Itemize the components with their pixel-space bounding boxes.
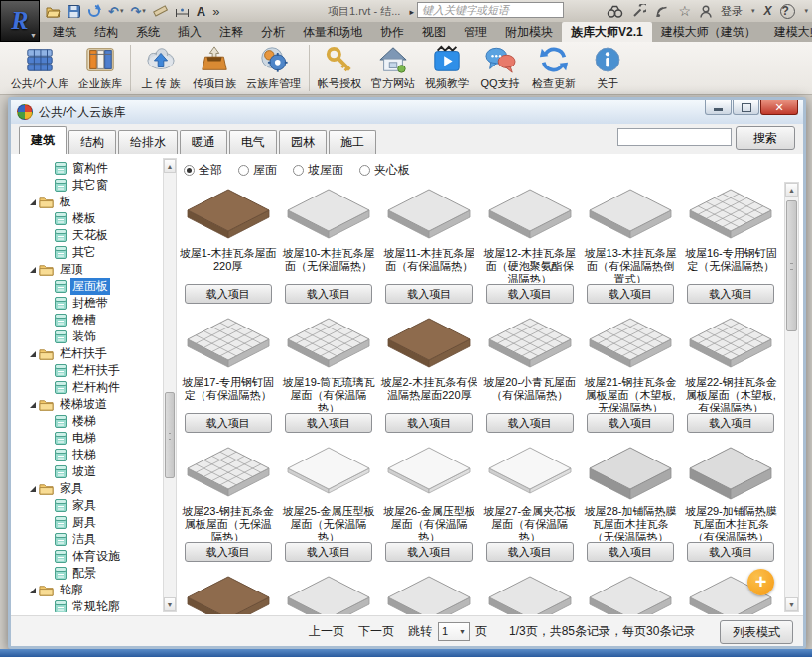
expand-arrow-icon[interactable] [29, 587, 39, 594]
load-into-project-button[interactable]: 载入项目 [185, 284, 272, 304]
text-icon[interactable]: A [197, 2, 205, 20]
tree-item-8[interactable]: 封檐带 [21, 295, 162, 312]
add-family-button[interactable]: + [747, 569, 774, 595]
expand-arrow-icon[interactable] [29, 401, 39, 409]
discipline-tab-1[interactable]: 结构 [68, 130, 116, 154]
wrench-icon[interactable] [632, 4, 646, 18]
binoculars-icon[interactable] [607, 5, 623, 18]
close-button[interactable]: ✕ [760, 100, 798, 115]
exchange-apps-icon[interactable]: X [763, 4, 771, 18]
tree-item-0[interactable]: 窗构件 [21, 160, 162, 177]
ribbon-tab-10[interactable]: 附加模块 [496, 22, 562, 42]
family-thumbnail[interactable] [383, 442, 474, 505]
load-into-project-button[interactable]: 载入项目 [185, 542, 272, 562]
tree-scrollbar[interactable]: ▲ ▼ [163, 158, 177, 612]
tree-item-10[interactable]: 装饰 [21, 328, 162, 345]
tree-item-23[interactable]: 体育设施 [21, 548, 162, 565]
load-into-project-button[interactable]: 载入项目 [687, 542, 774, 562]
discipline-tab-3[interactable]: 暖通 [180, 130, 227, 154]
discipline-tab-0[interactable]: 建筑 [19, 126, 67, 154]
tool-video[interactable]: 视频教学 [420, 42, 474, 94]
tree-item-21[interactable]: 厨具 [21, 514, 162, 531]
ribbon-tab-9[interactable]: 管理 [455, 22, 496, 42]
ribbon-tab-6[interactable]: 体量和场地 [294, 22, 371, 42]
load-into-project-button[interactable]: 载入项目 [587, 413, 674, 433]
family-thumbnail[interactable] [685, 313, 776, 376]
discipline-tab-2[interactable]: 给排水 [118, 130, 178, 154]
ribbon-tab-5[interactable]: 分析 [252, 22, 294, 42]
dimension-icon[interactable] [175, 2, 190, 20]
ribbon-tab-0[interactable]: 建筑 [44, 22, 85, 42]
content-scroll-down-icon[interactable]: ▼ [785, 597, 798, 611]
family-thumbnail[interactable] [283, 313, 374, 376]
tree-item-9[interactable]: 檐槽 [21, 312, 162, 328]
family-thumbnail[interactable] [283, 442, 374, 505]
content-scrollbar[interactable]: ▲ ▼ [784, 182, 799, 612]
login-button[interactable]: 登录 [721, 4, 743, 19]
load-into-project-button[interactable]: 载入项目 [285, 413, 372, 433]
tool-cloud-up[interactable]: 上 传 族 [134, 42, 188, 94]
expand-arrow-icon[interactable] [29, 485, 39, 493]
family-thumbnail[interactable] [383, 313, 474, 376]
discipline-tab-5[interactable]: 园林 [279, 130, 327, 154]
load-into-project-button[interactable]: 载入项目 [687, 284, 774, 304]
discipline-tab-6[interactable]: 施工 [329, 130, 376, 154]
tool-binder[interactable]: 企业族库 [73, 42, 127, 94]
load-into-project-button[interactable]: 载入项目 [587, 284, 674, 304]
tool-grid[interactable]: 公共/个人库 [6, 42, 73, 94]
help-caret-icon[interactable]: ▾ [804, 7, 808, 15]
family-thumbnail[interactable] [183, 313, 274, 376]
tool-home[interactable]: 官方网站 [366, 42, 420, 94]
tree-item-7[interactable]: 屋面板 [21, 278, 162, 295]
tree-folder-2[interactable]: 板 [21, 194, 162, 210]
tree-item-18[interactable]: 坡道 [21, 463, 162, 480]
tool-chat[interactable]: QQ支持 [474, 42, 527, 94]
filter-option-0[interactable]: 全部 [184, 162, 222, 179]
prev-page-button[interactable]: 上一页 [309, 623, 344, 640]
tree-item-13[interactable]: 栏杆构件 [21, 379, 162, 396]
application-menu-button[interactable]: R ▼ [0, 0, 40, 42]
discipline-tab-4[interactable]: 电气 [229, 130, 277, 154]
ribbon-tab-11[interactable]: 族库大师V2.1 [562, 22, 652, 42]
family-thumbnail[interactable] [585, 184, 676, 247]
load-into-project-button[interactable]: 载入项目 [185, 413, 272, 433]
tree-scroll-thumb[interactable] [165, 392, 175, 478]
content-scroll-up-icon[interactable]: ▲ [785, 183, 798, 197]
load-into-project-button[interactable]: 载入项目 [587, 542, 674, 562]
family-thumbnail[interactable] [585, 442, 676, 505]
family-thumbnail[interactable] [183, 571, 274, 614]
tool-info[interactable]: 关于 [581, 42, 634, 94]
ribbon-tab-3[interactable]: 插入 [169, 22, 210, 42]
undo-icon[interactable]: ↶▾ [108, 2, 123, 20]
ribbon-tab-4[interactable]: 注释 [210, 22, 252, 42]
tree-item-16[interactable]: 电梯 [21, 430, 162, 447]
more-icon[interactable]: » [212, 2, 219, 20]
family-thumbnail[interactable] [183, 442, 274, 505]
expand-arrow-icon[interactable] [29, 350, 39, 358]
tree-item-1[interactable]: 其它窗 [21, 177, 162, 194]
redo-icon[interactable]: ↷▾ [130, 2, 145, 20]
tree-item-15[interactable]: 楼梯 [21, 413, 162, 430]
tree-item-5[interactable]: 其它 [21, 244, 162, 261]
search-button[interactable]: 搜索 [736, 126, 795, 150]
load-into-project-button[interactable]: 载入项目 [486, 413, 574, 433]
family-thumbnail[interactable] [383, 571, 474, 614]
tree-item-3[interactable]: 楼板 [21, 210, 162, 227]
tree-item-24[interactable]: 配景 [21, 565, 162, 582]
load-into-project-button[interactable]: 载入项目 [385, 542, 473, 562]
satellite-icon[interactable] [655, 4, 669, 18]
expand-arrow-icon[interactable] [29, 266, 39, 274]
expand-arrow-icon[interactable] [29, 198, 39, 206]
tool-refresh[interactable]: 检查更新 [527, 42, 581, 94]
help-icon[interactable]: ? [780, 4, 795, 19]
load-into-project-button[interactable]: 载入项目 [687, 413, 774, 433]
ribbon-tab-13[interactable]: 建模大师（机电） [765, 22, 812, 42]
family-thumbnail[interactable] [585, 313, 676, 376]
sync-icon[interactable] [87, 2, 101, 20]
load-into-project-button[interactable]: 载入项目 [285, 542, 372, 562]
tool-box-up[interactable]: 传项目族 [188, 42, 241, 94]
load-into-project-button[interactable]: 载入项目 [385, 413, 473, 433]
tree-item-20[interactable]: 家具 [21, 497, 162, 514]
tool-key[interactable]: 帐号授权 [313, 42, 366, 94]
family-thumbnail[interactable] [585, 571, 676, 614]
